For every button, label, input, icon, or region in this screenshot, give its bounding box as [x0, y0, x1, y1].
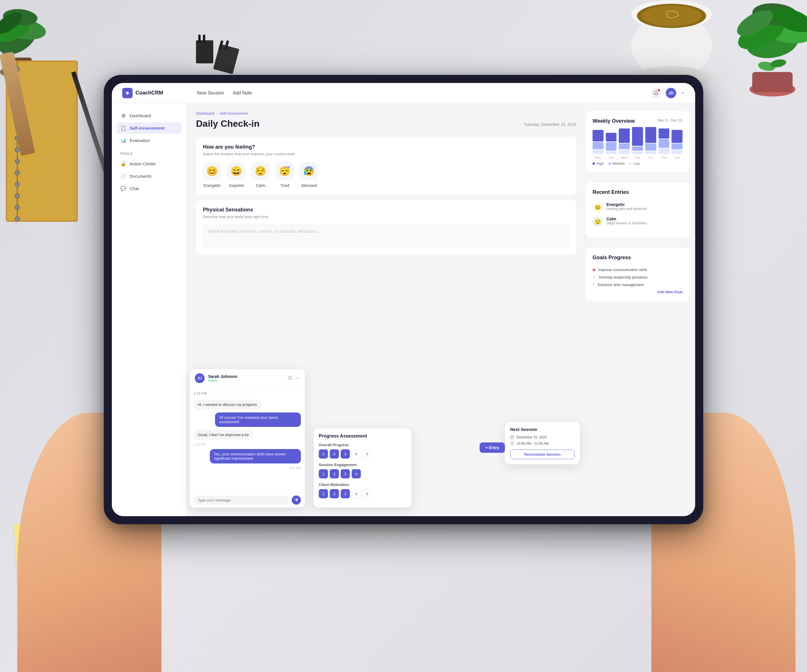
bar-thu-label: Thu [635, 156, 640, 159]
physical-textarea[interactable]: Notice any areas of tension, comfort, or… [203, 225, 570, 248]
motivation-btn-4[interactable]: 4 [352, 489, 361, 498]
emotion-calm[interactable]: 😌 Calm [251, 162, 270, 188]
send-icon [294, 498, 298, 502]
emotion-stressed[interactable]: 😰 Stressed [300, 162, 318, 188]
overall-btn-4[interactable]: 4 [352, 449, 361, 458]
sidebar-label-self-assessment: Self-Assessment [130, 126, 164, 131]
legend-low: Low [629, 162, 639, 166]
svg-point-54 [296, 378, 296, 378]
goal-leadership-label: Develop leadership presence [599, 275, 647, 280]
emotion-inspired[interactable]: 😄 Inspired [227, 162, 246, 188]
motivation-btn-1[interactable]: 1 [319, 489, 328, 498]
add-goal-button[interactable]: Add New Goal [593, 290, 682, 294]
overall-progress-numbers: 1 2 3 4 5 [319, 449, 407, 458]
self-assessment-icon: 📋 [121, 125, 126, 131]
sidebar-item-evaluation[interactable]: 📊 Evaluation [116, 135, 182, 146]
motivation-btn-2[interactable]: 2 [330, 489, 339, 498]
bar-fri-label: Fri [649, 156, 653, 159]
entry-energetic-title: Energetic [606, 202, 647, 207]
bar-sun-med [672, 144, 682, 149]
chart-legend: High Medium Low [593, 162, 682, 166]
legend-med-label: Medium [613, 162, 625, 166]
logo-icon [122, 88, 133, 98]
overall-btn-1[interactable]: 1 [319, 449, 328, 458]
action-center-icon: 🔒 [121, 161, 126, 167]
bar-wed: Wed [619, 129, 630, 159]
sidebar-item-action-center[interactable]: 🔒 Action Center [116, 158, 182, 169]
weekly-title: Weekly Overview [593, 118, 635, 124]
chat-user-info: Sarah Johnson Online [208, 374, 237, 382]
emotion-tired[interactable]: 😴 Tired [276, 162, 294, 188]
goal-communication: Improve communication skills [593, 268, 682, 272]
app-name: CoachCRM [135, 90, 163, 96]
legend-med: Medium [608, 162, 625, 166]
checkin-entry-button[interactable]: + Entry [480, 442, 505, 453]
chat-send-button[interactable] [292, 495, 301, 505]
overall-btn-3[interactable]: 3 [340, 449, 350, 458]
bar-thu: Thu [632, 127, 643, 159]
chat-input[interactable] [194, 496, 289, 505]
feeling-card: How are you feeling? Select the emotion … [196, 137, 576, 195]
dashboard-icon: ⊞ [121, 113, 126, 118]
reschedule-button[interactable]: Reschedule Session [510, 450, 575, 459]
client-motivation-numbers: 1 2 3 4 5 [319, 489, 407, 498]
entry-calm-icon: 😌 [593, 217, 603, 227]
goal-leadership-check: ✓ [593, 275, 596, 280]
svg-point-51 [288, 376, 291, 380]
bar-sat-stack [659, 129, 669, 154]
next-session-date-row: December 22, 2024 [510, 435, 575, 439]
chat-actions [287, 376, 300, 381]
physical-placeholder: Notice any areas of tension, comfort, or… [208, 229, 320, 233]
session-engagement-label: Session Engagement [319, 463, 407, 467]
overall-btn-2[interactable]: 2 [330, 449, 339, 458]
overall-btn-5[interactable]: 5 [363, 449, 372, 458]
emotion-energetic-label: Energetic [204, 183, 221, 188]
bar-fri-med [645, 144, 656, 151]
engagement-btn-1[interactable]: 1 [319, 469, 328, 478]
sidebar-item-chat[interactable]: 💬 Chat [116, 183, 182, 194]
svg-point-38 [15, 217, 20, 221]
bar-sun-stack [672, 130, 682, 154]
svg-point-21 [641, 5, 702, 26]
bar-wed-label: Wed [621, 156, 628, 159]
bar-mon: Mon [593, 130, 603, 159]
top-nav: New Session Add Note [197, 89, 651, 98]
motivation-btn-5[interactable]: 5 [363, 489, 372, 498]
bar-mon-stack [593, 130, 603, 154]
engagement-btn-3[interactable]: 3 [340, 469, 350, 478]
chat-messages: 2:14 PM Hi, I wanted to discuss my progr… [190, 387, 305, 492]
chat-msg-3: Great, I feel I've improved a lot [194, 430, 253, 440]
recent-entries-card: Recent Entries 😊 Energetic Feeling light… [586, 182, 689, 238]
nav-new-session[interactable]: New Session [197, 89, 224, 98]
physical-title: Physical Sensations [203, 207, 570, 213]
goal-time-label: Enhance time management [598, 283, 644, 287]
bar-chart: Mon Tue [593, 131, 682, 159]
feeling-title: How are you feeling? [203, 144, 570, 150]
chat-user-avatar: SJ [195, 373, 204, 383]
engagement-btn-4[interactable]: 4 [352, 469, 361, 478]
sidebar-item-dashboard[interactable]: ⊞ Dashboard [116, 110, 182, 121]
legend-high: High [593, 162, 604, 166]
sidebar-label-documents: Documents [130, 174, 151, 179]
binder-clips [188, 17, 251, 81]
nav-add-note[interactable]: Add Note [232, 89, 252, 98]
page-date: Tuesday, December 10, 2024 [524, 122, 576, 127]
sidebar-item-self-assessment[interactable]: 📋 Self-Assessment [116, 122, 182, 134]
emotion-stressed-label: Stressed [301, 183, 317, 188]
sidebar-label-action-center: Action Center [130, 161, 156, 166]
bar-sun-low [672, 150, 682, 154]
bar-mon-label: Mon [595, 156, 601, 159]
user-avatar[interactable]: JD [666, 88, 676, 98]
progress-assessment-panel: Progress Assessment Overall Progress 1 2… [314, 428, 412, 508]
emotion-energetic[interactable]: 😊 Energetic [203, 162, 221, 188]
bar-tue-med [606, 142, 617, 151]
sidebar-label-dashboard: Dashboard [130, 113, 151, 118]
legend-low-label: Low [633, 162, 639, 166]
motivation-btn-3[interactable]: 3 [340, 489, 350, 498]
legend-high-label: High [596, 162, 604, 166]
sidebar-item-documents[interactable]: 📄 Documents [116, 170, 182, 182]
search-icon[interactable] [287, 376, 292, 381]
engagement-btn-2[interactable]: 2 [330, 469, 339, 478]
notification-button[interactable] [651, 88, 661, 98]
more-icon[interactable] [295, 376, 300, 381]
